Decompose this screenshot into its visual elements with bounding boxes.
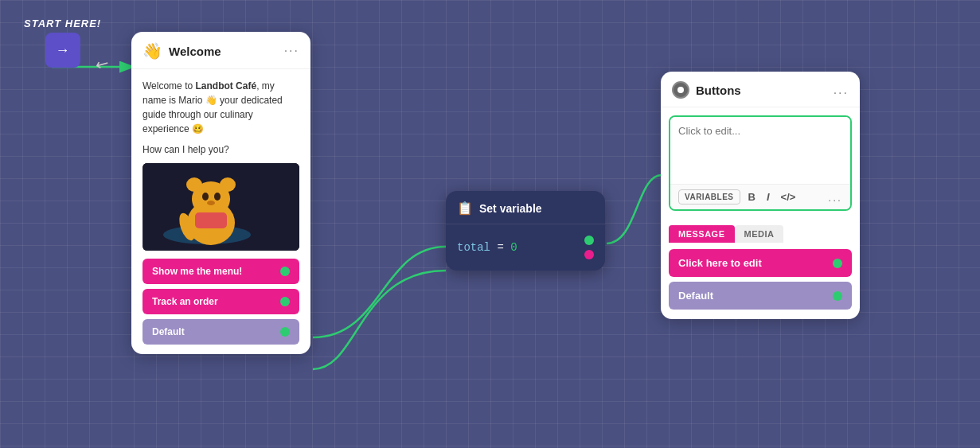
welcome-card: 👋 Welcome ··· Welcome to Landbot Café, m… [131, 32, 310, 354]
show-menu-button[interactable]: Show me the menu! [143, 259, 299, 284]
show-menu-label: Show me the menu! [152, 266, 242, 277]
welcome-menu-dots[interactable]: ··· [284, 44, 299, 58]
welcome-card-body: Welcome to Landbot Café, my name is Mari… [131, 69, 310, 354]
tab-media[interactable]: MEDIA [735, 225, 784, 243]
svg-rect-10 [195, 212, 227, 228]
edit-area: VARIABLES B I </> ... [669, 115, 852, 211]
click-here-edit-button[interactable]: Click here to edit [669, 249, 852, 277]
var-name: total [457, 241, 490, 254]
toolbar-more-dots[interactable]: ... [828, 191, 842, 204]
code-button[interactable]: </> [778, 189, 799, 205]
svg-point-5 [186, 177, 202, 192]
variables-button[interactable]: VARIABLES [678, 189, 740, 205]
welcome-card-buttons: Show me the menu! Track an order Default [143, 259, 299, 345]
start-here-label: START HERE! [24, 18, 101, 29]
var-val: 0 [510, 241, 517, 254]
variable-card-header: 📋 Set variable [446, 191, 605, 224]
variable-body: total = 0 [446, 224, 605, 271]
buttons-list: Click here to edit Default [661, 243, 860, 319]
track-order-connector [280, 297, 290, 306]
variable-out-connector [584, 236, 594, 245]
variable-error-connector [584, 250, 594, 259]
buttons-header-left: Buttons [672, 81, 741, 99]
variable-code: total = 0 [457, 241, 517, 254]
track-order-label: Track an order [152, 296, 218, 307]
variable-card: 📋 Set variable total = 0 [446, 191, 605, 271]
welcome-message: Welcome to Landbot Café, my name is Mari… [143, 79, 299, 136]
buttons-card: Buttons ... VARIABLES B I </> ... MESSAG… [661, 72, 860, 319]
svg-point-8 [214, 193, 221, 201]
welcome-image [143, 163, 299, 251]
welcome-default-label: Default [152, 326, 185, 337]
pooh-svg [143, 163, 299, 251]
track-order-button[interactable]: Track an order [143, 289, 299, 314]
show-menu-connector [280, 267, 290, 276]
svg-point-9 [207, 201, 215, 205]
buttons-menu-dots[interactable]: ... [834, 83, 849, 97]
buttons-title: Buttons [696, 84, 741, 97]
welcome-question: How can I help you? [143, 144, 299, 155]
welcome-emoji: 👋 [143, 41, 162, 60]
tab-message[interactable]: MESSAGE [669, 225, 735, 243]
welcome-default-button[interactable]: Default [143, 319, 299, 345]
click-here-connector [833, 259, 842, 268]
click-here-edit-label: Click here to edit [678, 257, 762, 269]
edit-toolbar: VARIABLES B I </> ... [670, 184, 850, 209]
arrow-icon: → [56, 42, 70, 59]
bold-button[interactable]: B [745, 189, 759, 205]
message-media-tabs: MESSAGE MEDIA [661, 219, 860, 243]
buttons-card-header: Buttons ... [661, 72, 860, 107]
welcome-default-connector [280, 327, 290, 337]
radio-icon-inner [677, 87, 684, 93]
variable-connectors [584, 236, 594, 259]
welcome-image-inner [143, 163, 299, 251]
svg-point-7 [202, 193, 209, 201]
buttons-default-connector [833, 291, 842, 301]
welcome-header-left: 👋 Welcome [143, 41, 221, 60]
buttons-default-label: Default [678, 290, 713, 302]
italic-icon: I [767, 191, 770, 203]
svg-point-6 [220, 177, 236, 192]
italic-button[interactable]: I [763, 189, 773, 205]
welcome-title: Welcome [169, 45, 221, 58]
buttons-default-button[interactable]: Default [669, 282, 852, 310]
variable-title: Set variable [479, 202, 542, 215]
start-here-section: START HERE! → [24, 18, 101, 68]
edit-textarea[interactable] [670, 117, 850, 181]
radio-icon [672, 81, 689, 99]
var-op: = [490, 241, 510, 254]
welcome-card-header: 👋 Welcome ··· [131, 32, 310, 69]
variable-icon: 📋 [457, 201, 473, 216]
start-arrow-button[interactable]: → [45, 33, 80, 68]
welcome-bold: Landbot Café [195, 80, 256, 92]
